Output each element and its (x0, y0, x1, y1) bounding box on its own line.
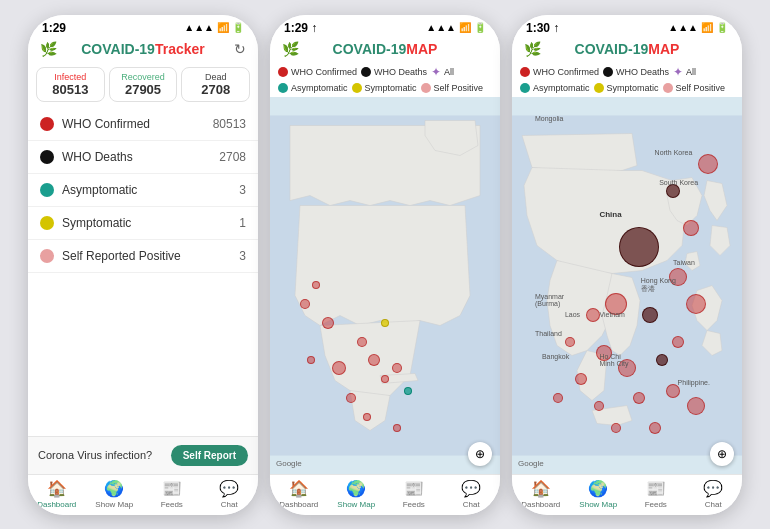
nav-icon: 🌍 (104, 479, 124, 498)
app-header-1: 🌿 COVAID-19Tracker ↻ (28, 37, 258, 61)
nav-item-show-map[interactable]: 🌍 Show Map (86, 479, 144, 509)
nav-icon: 🏠 (531, 479, 551, 498)
data-list: WHO Confirmed 80513 WHO Deaths 2708 Asym… (28, 108, 258, 436)
nav-item-chat[interactable]: 💬 Chat (443, 479, 501, 509)
legend-item[interactable]: Symptomatic (594, 83, 659, 93)
nav-icon: 🌍 (346, 479, 366, 498)
nav-item-dashboard[interactable]: 🏠 Dashboard (512, 479, 570, 509)
nav-label: Show Map (579, 500, 617, 509)
list-dot (40, 216, 54, 230)
legend-item[interactable]: WHO Confirmed (520, 67, 599, 77)
list-item-count: 3 (239, 249, 246, 263)
nav-label: Chat (221, 500, 238, 509)
nav-icon: 🏠 (289, 479, 309, 498)
self-report-button[interactable]: Self Report (171, 445, 248, 466)
map-content-2: Google ⊕ (270, 97, 500, 474)
bottom-nav-3: 🏠 Dashboard 🌍 Show Map 📰 Feeds 💬 Chat (512, 474, 742, 515)
battery-icon: 🔋 (232, 22, 244, 33)
map-2[interactable]: Google ⊕ (270, 97, 500, 474)
app-title-3: COVAID-19MAP (575, 41, 680, 57)
legend-item[interactable]: Self Positive (421, 83, 484, 93)
label-taiwan: Taiwan (673, 259, 695, 266)
infected-label: Infected (41, 72, 100, 82)
nav-label: Feeds (645, 500, 667, 509)
list-item: Self Reported Positive 3 (28, 240, 258, 273)
app-logo-3: 🌿 (524, 41, 541, 57)
label-hongkong: Hong Kong香港 (641, 277, 676, 294)
nav-item-feeds[interactable]: 📰 Feeds (385, 479, 443, 509)
nav-label: Show Map (337, 500, 375, 509)
refresh-icon[interactable]: ↻ (234, 41, 246, 57)
label-north-korea: North Korea (655, 149, 693, 156)
nav-icon: 📰 (404, 479, 424, 498)
signal-icon-2: ▲▲▲ (426, 22, 456, 33)
legend-item[interactable]: Self Positive (663, 83, 726, 93)
phone-2: 1:29 ↑ ▲▲▲ 📶 🔋 🌿 COVAID-19MAP WHO Confir… (270, 15, 500, 515)
legend-label: WHO Confirmed (291, 67, 357, 77)
legend-dot (278, 67, 288, 77)
map-3[interactable]: Mongolia China North Korea South Korea T… (512, 97, 742, 474)
legend-item[interactable]: WHO Deaths (603, 67, 669, 77)
nav-item-feeds[interactable]: 📰 Feeds (627, 479, 685, 509)
status-bar-1: 1:29 ▲▲▲ 📶 🔋 (28, 15, 258, 37)
list-item-label: WHO Confirmed (62, 117, 213, 131)
nav-item-chat[interactable]: 💬 Chat (201, 479, 259, 509)
label-hochiminh: Ho ChiMinh City (599, 353, 628, 367)
list-item-count: 1 (239, 216, 246, 230)
signal-icon-3: ▲▲▲ (668, 22, 698, 33)
status-icons-2: ▲▲▲ 📶 🔋 (426, 22, 486, 33)
nav-item-dashboard[interactable]: 🏠 Dashboard (270, 479, 328, 509)
legend-dot (663, 83, 673, 93)
label-south-korea: South Korea (659, 179, 698, 186)
nav-icon: 💬 (219, 479, 239, 498)
dead-label: Dead (186, 72, 245, 82)
status-icons-3: ▲▲▲ 📶 🔋 (668, 22, 728, 33)
nav-item-show-map[interactable]: 🌍 Show Map (328, 479, 386, 509)
label-philippine: Philippine. (678, 379, 710, 386)
location-button-2[interactable]: ⊕ (468, 442, 492, 466)
list-dot (40, 249, 54, 263)
legend-label: Self Positive (676, 83, 726, 93)
nav-item-show-map[interactable]: 🌍 Show Map (570, 479, 628, 509)
status-bar-2: 1:29 ↑ ▲▲▲ 📶 🔋 (270, 15, 500, 37)
legend-item[interactable]: Symptomatic (352, 83, 417, 93)
status-icons-1: ▲▲▲ 📶 🔋 (184, 22, 244, 33)
nav-label: Chat (463, 500, 480, 509)
list-item-count: 2708 (219, 150, 246, 164)
legend-dot (352, 83, 362, 93)
list-item: Asymptomatic 3 (28, 174, 258, 207)
legend-item[interactable]: WHO Confirmed (278, 67, 357, 77)
legend-label: Self Positive (434, 83, 484, 93)
nav-label: Dashboard (37, 500, 76, 509)
legend-label: All (686, 67, 696, 77)
recovered-value: 27905 (114, 82, 173, 97)
location-button-3[interactable]: ⊕ (710, 442, 734, 466)
legend-label: All (444, 67, 454, 77)
map-svg-2 (270, 97, 500, 474)
stat-infected: Infected 80513 (36, 67, 105, 102)
list-item-count: 80513 (213, 117, 246, 131)
nav-item-chat[interactable]: 💬 Chat (685, 479, 743, 509)
list-item: Symptomatic 1 (28, 207, 258, 240)
label-thailand: Thailand (535, 330, 562, 337)
nav-item-dashboard[interactable]: 🏠 Dashboard (28, 479, 86, 509)
legend-item[interactable]: WHO Deaths (361, 67, 427, 77)
label-china: China (599, 210, 621, 219)
map-svg-3 (512, 97, 742, 474)
star-icon: ✦ (431, 65, 441, 79)
legend-item[interactable]: Asymptomatic (278, 83, 348, 93)
label-myanmar: Myanmar(Burma) (535, 293, 564, 307)
app-logo-2: 🌿 (282, 41, 299, 57)
wifi-icon-2: 📶 (459, 22, 471, 33)
legend-item[interactable]: ✦All (431, 65, 454, 79)
nav-label: Dashboard (279, 500, 318, 509)
legend-dot (421, 83, 431, 93)
list-dot (40, 150, 54, 164)
nav-item-feeds[interactable]: 📰 Feeds (143, 479, 201, 509)
label-bangkok: Bangkok (542, 353, 569, 360)
app-title-2: COVAID-19MAP (333, 41, 438, 57)
list-item-label: Symptomatic (62, 216, 239, 230)
legend-item[interactable]: ✦All (673, 65, 696, 79)
list-item-label: Asymptomatic (62, 183, 239, 197)
legend-item[interactable]: Asymptomatic (520, 83, 590, 93)
